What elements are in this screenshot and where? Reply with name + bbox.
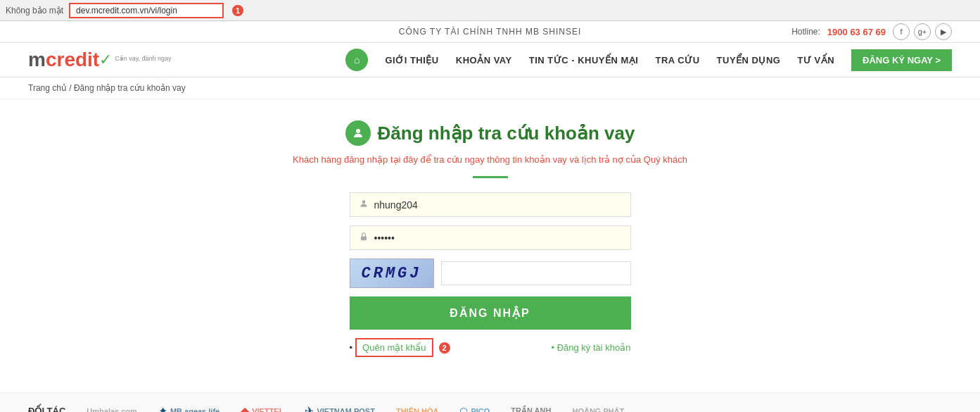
partner-vnpost-label: VIETNAM POST	[317, 407, 375, 413]
title-icon	[345, 120, 371, 146]
logo[interactable]: m credit ✓ Cần vay, đánh ngay	[28, 49, 172, 71]
nav-item-tuyen-dung[interactable]: TUYỂN DỤNG	[717, 55, 781, 65]
badge-1: 1	[232, 5, 243, 16]
breadcrumb-current: Đăng nhập tra cứu khoản vay	[74, 83, 186, 93]
register-now-button[interactable]: ĐĂNG KÝ NGAY >	[851, 49, 952, 71]
url-bar[interactable]: dev.mcredit.com.vn/vi/login	[69, 3, 224, 18]
login-form: CRMGJ ĐĂNG NHẬP • Quên mật khẩu 2 • Đăng…	[350, 192, 631, 357]
youtube-icon[interactable]: ▶	[935, 23, 952, 40]
nav-item-tra-cuu[interactable]: TRA CỨU	[655, 55, 699, 65]
login-button[interactable]: ĐĂNG NHẬP	[350, 296, 631, 330]
svg-rect-2	[360, 236, 366, 240]
browser-bar: Không bảo mật dev.mcredit.com.vn/vi/logi…	[0, 0, 980, 21]
captcha-input[interactable]	[441, 261, 631, 285]
username-input[interactable]	[374, 199, 622, 211]
partner-umbalas: Umbalas.com	[87, 407, 137, 413]
partners-label: ĐỐI TÁC	[28, 406, 65, 412]
nav-item-khoan-vay[interactable]: KHOẢN VAY	[456, 55, 512, 65]
partner-mb-label: MB ageas life	[170, 407, 219, 413]
password-wrapper	[350, 225, 631, 250]
form-links: • Quên mật khẩu 2 • Đăng ký tài khoản	[350, 338, 631, 357]
nav-links: ⌂ GIỚI THIỆU KHOẢN VAY TIN TỨC - KHUYẾN …	[345, 49, 952, 71]
page-subtitle: Khách hàng đăng nhập tại đây để tra cứu …	[293, 154, 687, 165]
nav-item-gioi-thieu[interactable]: GIỚI THIỆU	[385, 55, 438, 65]
partner-thienhoa-label: THIÊN HÒA	[396, 407, 439, 413]
logo-credit: credit	[46, 49, 99, 71]
breadcrumb: Trang chủ / Đăng nhập tra cứu khoản vay	[0, 77, 980, 99]
partner-viettel-label: VIETTEL	[252, 407, 284, 413]
company-name: CÔNG TY TÀI CHÍNH TNHH MB SHINSEI	[399, 27, 581, 37]
breadcrumb-home[interactable]: Trang chủ	[28, 83, 67, 93]
user-icon	[359, 199, 369, 211]
main-content: Đăng nhập tra cứu khoản vay Khách hàng đ…	[0, 99, 980, 378]
hotline-area: Hotline: 1900 63 67 69 f g+ ▶	[791, 23, 952, 40]
partners-bar: ĐỐI TÁC Umbalas.com ✦ MB ageas life ◆ VI…	[0, 392, 980, 412]
svg-point-0	[356, 129, 360, 133]
partner-pico-label: PICO	[471, 407, 490, 413]
lock-icon	[359, 232, 369, 244]
partner-hoangphat: HOÀNG PHÁT	[572, 407, 624, 413]
facebook-icon[interactable]: f	[893, 23, 910, 40]
partner-pico: ⬡ PICO	[459, 406, 490, 413]
forgot-password-link[interactable]: Quên mật khẩu	[362, 342, 426, 353]
partner-vnpost: ✈ VIETNAM POST	[305, 404, 375, 412]
logo-tagline: Cần vay, đánh ngay	[115, 55, 171, 62]
top-strip: CÔNG TY TÀI CHÍNH TNHH MB SHINSEI Hotlin…	[0, 21, 980, 43]
username-wrapper	[350, 192, 631, 217]
svg-point-1	[362, 200, 365, 204]
social-icons: f g+ ▶	[893, 23, 952, 40]
nav-item-tu-van[interactable]: TƯ VẤN	[797, 55, 834, 65]
home-button[interactable]: ⌂	[345, 49, 368, 71]
partner-viettel: ◆ VIETTEL	[241, 404, 284, 412]
title-divider	[473, 176, 508, 178]
hotline-number: 1900 63 67 69	[827, 27, 886, 37]
password-input[interactable]	[374, 232, 622, 244]
googleplus-icon[interactable]: g+	[914, 23, 931, 40]
forgot-password-area: • Quên mật khẩu 2	[350, 338, 450, 357]
nav-bar: m credit ✓ Cần vay, đánh ngay ⌂ GIỚI THI…	[0, 43, 980, 77]
page-title-area: Đăng nhập tra cứu khoản vay	[345, 120, 635, 146]
nav-item-tin-tuc[interactable]: TIN TỨC - KHUYẾN MẠI	[529, 55, 639, 65]
badge-2: 2	[439, 342, 450, 354]
partner-trananh: TRẦN ANH	[511, 406, 551, 412]
captcha-row: CRMGJ	[350, 258, 631, 288]
logo-m: m	[28, 49, 46, 71]
hotline-label: Hotline:	[791, 27, 820, 37]
forgot-password-box: Quên mật khẩu	[355, 338, 433, 357]
partner-mb: ✦ MB ageas life	[158, 404, 219, 412]
security-warning: Không bảo mật	[6, 6, 63, 15]
logo-check: ✓	[99, 51, 112, 69]
breadcrumb-separator: /	[69, 83, 74, 93]
register-account-link[interactable]: • Đăng ký tài khoản	[552, 342, 631, 353]
partner-thienhoa: THIÊN HÒA	[396, 407, 439, 413]
page-title: Đăng nhập tra cứu khoản vay	[378, 123, 635, 144]
captcha-image: CRMGJ	[350, 258, 434, 288]
